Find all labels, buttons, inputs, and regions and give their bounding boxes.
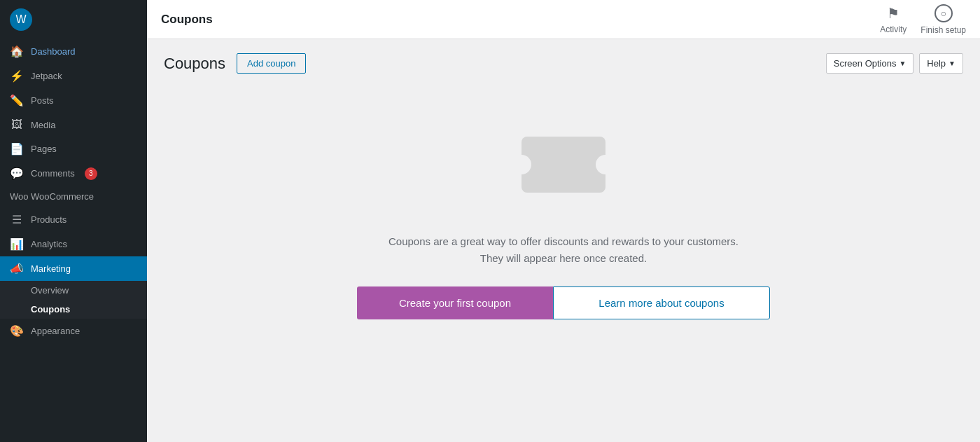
help-chevron-icon: ▼ xyxy=(948,60,955,67)
marketing-chevron-icon xyxy=(143,265,147,273)
page-title: Coupons xyxy=(164,55,225,73)
sidebar-item-label: Pages xyxy=(31,144,57,154)
marketing-icon: 📣 xyxy=(10,262,24,275)
sidebar-item-label: Media xyxy=(31,120,55,130)
empty-state: Coupons are a great way to offer discoun… xyxy=(164,88,963,340)
sidebar-item-appearance[interactable]: 🎨 Appearance xyxy=(0,319,147,343)
finish-setup-icon: ○ xyxy=(934,4,953,22)
sidebar-item-overview[interactable]: Overview xyxy=(0,281,147,300)
wp-logo-icon: W xyxy=(10,8,32,31)
sidebar-item-products[interactable]: ☰ Products xyxy=(0,207,147,232)
appearance-icon: 🎨 xyxy=(10,324,24,338)
svg-point-2 xyxy=(596,155,615,174)
overview-label: Overview xyxy=(31,285,69,296)
sidebar-item-coupons[interactable]: Coupons xyxy=(0,300,147,319)
posts-icon: ✏️ xyxy=(10,94,24,107)
finish-setup-button[interactable]: ○ Finish setup xyxy=(920,4,966,35)
content-area: Coupons Add coupon Screen Options ▼ Help… xyxy=(147,39,980,442)
empty-state-buttons: Create your first coupon Learn more abou… xyxy=(357,286,770,319)
coupons-label: Coupons xyxy=(31,304,70,315)
analytics-icon: 📊 xyxy=(10,237,24,251)
sidebar-item-jetpack[interactable]: ⚡ Jetpack xyxy=(0,64,147,88)
sidebar-item-label: Products xyxy=(31,214,66,225)
topbar-right: ⚑ Activity ○ Finish setup xyxy=(880,4,966,35)
help-label: Help xyxy=(927,58,946,69)
sidebar-item-label: Marketing xyxy=(31,263,71,274)
screen-options-chevron-icon: ▼ xyxy=(899,60,906,67)
sidebar-item-label: Dashboard xyxy=(31,46,76,57)
activity-label: Activity xyxy=(880,25,906,34)
woocommerce-icon: Woo xyxy=(10,191,24,202)
sidebar-item-media[interactable]: 🖼 Media xyxy=(0,113,147,137)
products-icon: ☰ xyxy=(10,213,24,226)
empty-state-description: Coupons are a great way to offer discoun… xyxy=(382,233,746,267)
help-button[interactable]: Help ▼ xyxy=(919,53,963,74)
sidebar-item-label: Posts xyxy=(31,95,54,106)
sidebar-logo: W xyxy=(0,0,147,39)
create-coupon-button[interactable]: Create your first coupon xyxy=(357,286,553,319)
content-header: Coupons Add coupon Screen Options ▼ Help… xyxy=(164,53,963,74)
coupon-illustration xyxy=(507,116,620,216)
marketing-submenu: Overview Coupons xyxy=(0,281,147,319)
activity-button[interactable]: ⚑ Activity xyxy=(880,5,906,34)
sidebar-item-woocommerce[interactable]: Woo WooCommerce xyxy=(0,186,147,207)
sidebar-item-analytics[interactable]: 📊 Analytics xyxy=(0,232,147,256)
sidebar-item-label: Jetpack xyxy=(31,71,62,81)
media-icon: 🖼 xyxy=(10,118,24,131)
screen-options-button[interactable]: Screen Options ▼ xyxy=(826,53,914,74)
svg-rect-0 xyxy=(522,137,606,193)
activity-flag-icon: ⚑ xyxy=(887,5,899,22)
sidebar-item-label: Analytics xyxy=(31,239,67,249)
sidebar-item-label: Appearance xyxy=(31,326,80,336)
finish-setup-label: Finish setup xyxy=(920,25,966,35)
sidebar-item-marketing[interactable]: 📣 Marketing xyxy=(0,256,147,281)
screen-options-area: Screen Options ▼ Help ▼ xyxy=(826,53,963,74)
main-content: Coupons ⚑ Activity ○ Finish setup Coupon… xyxy=(147,0,980,442)
comments-icon: 💬 xyxy=(10,167,24,180)
jetpack-icon: ⚡ xyxy=(10,69,24,83)
sidebar-item-label: WooCommerce xyxy=(31,191,94,202)
sidebar-item-label: Comments xyxy=(31,168,75,179)
add-coupon-button[interactable]: Add coupon xyxy=(237,53,306,74)
svg-point-1 xyxy=(512,155,531,174)
sidebar-item-dashboard[interactable]: 🏠 Dashboard xyxy=(0,39,147,64)
sidebar: W 🏠 Dashboard ⚡ Jetpack ✏️ Posts 🖼 Media… xyxy=(0,0,147,442)
content-header-left: Coupons Add coupon xyxy=(164,53,306,74)
sidebar-item-pages[interactable]: 📄 Pages xyxy=(0,137,147,161)
topbar-title: Coupons xyxy=(161,13,213,27)
sidebar-item-comments[interactable]: 💬 Comments 3 xyxy=(0,161,147,186)
learn-more-button[interactable]: Learn more about coupons xyxy=(553,286,770,319)
screen-options-label: Screen Options xyxy=(834,58,897,69)
dashboard-icon: 🏠 xyxy=(10,45,24,58)
topbar: Coupons ⚑ Activity ○ Finish setup xyxy=(147,0,980,39)
pages-icon: 📄 xyxy=(10,142,24,156)
sidebar-item-posts[interactable]: ✏️ Posts xyxy=(0,88,147,113)
comments-badge: 3 xyxy=(85,167,97,180)
